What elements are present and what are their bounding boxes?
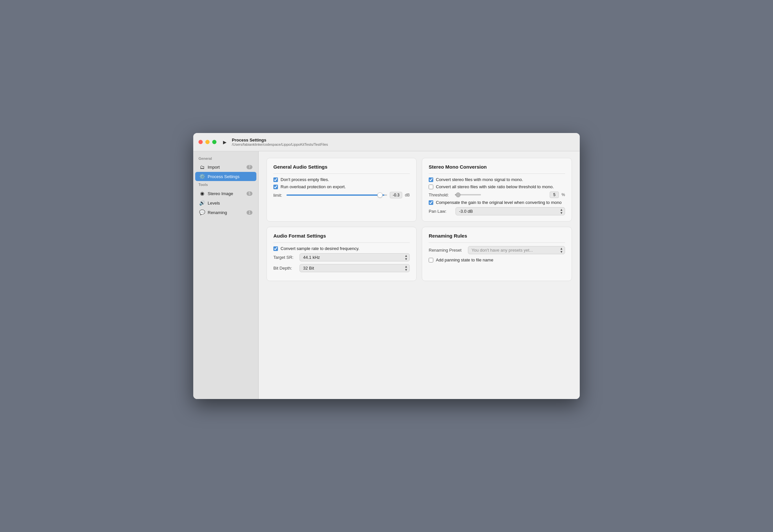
- convert-sr-checkbox[interactable]: [273, 246, 278, 251]
- minimize-button[interactable]: [205, 140, 210, 144]
- dont-process-checkbox[interactable]: [273, 177, 278, 182]
- audio-format-panel: Audio Format Settings Convert sample rat…: [266, 227, 417, 281]
- general-audio-panel: General Audio Settings Don't process emp…: [266, 158, 417, 222]
- add-panning-checkbox[interactable]: [429, 258, 433, 262]
- general-audio-title: General Audio Settings: [273, 164, 410, 170]
- sidebar-item-renaming[interactable]: 💬 Renaming 1: [195, 208, 256, 217]
- audio-format-title: Audio Format Settings: [273, 233, 410, 239]
- add-panning-label: Add panning state to file name: [436, 258, 494, 262]
- run-overload-label: Run overload protection on export.: [280, 184, 345, 189]
- bit-depth-select-wrapper: 16 Bit 24 Bit 32 Bit 32 Bit Float ▲▼: [299, 264, 410, 272]
- import-icon: 🗂: [199, 164, 205, 170]
- threshold-slider[interactable]: [455, 194, 481, 195]
- titlebar: ▶ Process Settings /Users/fabianklinke/c…: [193, 133, 580, 151]
- import-badge: 7: [246, 165, 252, 169]
- renaming-title: Renaming Rules: [429, 233, 565, 239]
- sidebar-item-label: Renaming: [208, 210, 244, 215]
- renaming-preset-row: Renaming Preset You don't have any prese…: [429, 246, 565, 254]
- convert-stereo-row: Convert stereo files with mono signal to…: [429, 177, 565, 182]
- pan-law-select[interactable]: -3.0 dB -4.5 dB -6.0 dB: [456, 207, 565, 215]
- limit-label: limit:: [273, 193, 284, 198]
- convert-stereo-checkbox[interactable]: [429, 177, 433, 182]
- stereo-mono-panel: Stereo Mono Conversion Convert stereo fi…: [422, 158, 572, 222]
- main-content: General 🗂 Import 7 ⚙️ Process Settings T…: [193, 151, 580, 399]
- limit-value: -0.3: [390, 192, 402, 198]
- convert-stereo-label: Convert stereo files with mono signal to…: [436, 177, 523, 182]
- compensate-checkbox[interactable]: [429, 200, 433, 205]
- sidebar-item-label: Import: [208, 165, 244, 170]
- levels-icon: 🔊: [199, 200, 205, 206]
- maximize-button[interactable]: [212, 140, 216, 144]
- renaming-preset-select[interactable]: You don't have any presets yet...: [468, 246, 565, 254]
- renaming-icon: 💬: [199, 209, 205, 215]
- stereo-image-badge: 5: [246, 191, 252, 196]
- stereo-mono-title: Stereo Mono Conversion: [429, 164, 565, 170]
- process-settings-icon: ⚙️: [199, 174, 205, 179]
- stereo-image-icon: ◉: [199, 191, 205, 196]
- play-button[interactable]: ▶: [223, 140, 227, 145]
- compensate-label: Compensate the gain to the original leve…: [436, 200, 562, 205]
- page-title: Process Settings: [232, 138, 328, 142]
- convert-sr-row: Convert sample rate to desired frequency…: [273, 246, 410, 251]
- limit-slider[interactable]: [286, 194, 387, 196]
- traffic-lights: [198, 140, 216, 144]
- convert-all-row: Convert all stereo files with side ratio…: [429, 184, 565, 189]
- renaming-badge: 1: [246, 210, 252, 215]
- dont-process-row: Don't process empty files.: [273, 177, 410, 182]
- content-area: General Audio Settings Don't process emp…: [259, 151, 580, 399]
- renaming-preset-select-wrapper: You don't have any presets yet... ▲▼: [468, 246, 565, 254]
- main-window: ▶ Process Settings /Users/fabianklinke/c…: [193, 133, 580, 399]
- sidebar-item-import[interactable]: 🗂 Import 7: [195, 163, 256, 172]
- dont-process-label: Don't process empty files.: [280, 177, 329, 182]
- sidebar-item-process-settings[interactable]: ⚙️ Process Settings: [195, 172, 256, 181]
- threshold-unit: %: [562, 192, 565, 197]
- sidebar-section-tools: Tools: [193, 181, 258, 189]
- convert-all-label: Convert all stereo files with side ratio…: [436, 184, 554, 189]
- threshold-value: 5: [550, 191, 559, 198]
- renaming-rules-panel: Renaming Rules Renaming Preset You don't…: [422, 227, 572, 281]
- pan-law-row: Pan Law: -3.0 dB -4.5 dB -6.0 dB ▲▼: [429, 207, 565, 215]
- sidebar-item-levels[interactable]: 🔊 Levels: [195, 198, 256, 208]
- sidebar-item-stereo-image[interactable]: ◉ Stereo Image 5: [195, 189, 256, 198]
- bit-depth-row: Bit Depth: 16 Bit 24 Bit 32 Bit 32 Bit F…: [273, 264, 410, 272]
- target-sr-select-wrapper: 44.1 kHz 48 kHz 88.2 kHz 96 kHz ▲▼: [299, 253, 410, 261]
- file-path: /Users/fabianklinke/codespace/Lippo/Lipp…: [232, 142, 328, 146]
- sidebar: General 🗂 Import 7 ⚙️ Process Settings T…: [193, 151, 259, 399]
- compensate-row: Compensate the gain to the original leve…: [429, 200, 565, 205]
- pan-law-select-wrapper: -3.0 dB -4.5 dB -6.0 dB ▲▼: [456, 207, 565, 215]
- convert-all-checkbox[interactable]: [429, 185, 433, 189]
- add-panning-row: Add panning state to file name: [429, 258, 565, 262]
- sidebar-item-label: Levels: [208, 201, 252, 206]
- target-sr-label: Target SR:: [273, 255, 296, 260]
- close-button[interactable]: [198, 140, 203, 144]
- threshold-label: Threshold:: [429, 192, 452, 197]
- sidebar-section-general: General: [193, 155, 258, 162]
- limit-row: limit: -0.3 dB: [273, 192, 410, 198]
- renaming-preset-label: Renaming Preset: [429, 248, 465, 253]
- run-overload-checkbox[interactable]: [273, 185, 278, 189]
- pan-law-label: Pan Law:: [429, 209, 452, 214]
- sidebar-item-label: Stereo Image: [208, 191, 244, 196]
- sidebar-item-label: Process Settings: [208, 174, 252, 179]
- threshold-row: Threshold: 5 %: [429, 191, 565, 198]
- target-sr-row: Target SR: 44.1 kHz 48 kHz 88.2 kHz 96 k…: [273, 253, 410, 261]
- bit-depth-select[interactable]: 16 Bit 24 Bit 32 Bit 32 Bit Float: [299, 264, 410, 272]
- run-overload-row: Run overload protection on export.: [273, 184, 410, 189]
- bit-depth-label: Bit Depth:: [273, 266, 296, 271]
- titlebar-info: Process Settings /Users/fabianklinke/cod…: [232, 138, 328, 146]
- target-sr-select[interactable]: 44.1 kHz 48 kHz 88.2 kHz 96 kHz: [299, 253, 410, 261]
- convert-sr-label: Convert sample rate to desired frequency…: [280, 246, 359, 251]
- limit-unit: dB: [405, 193, 410, 197]
